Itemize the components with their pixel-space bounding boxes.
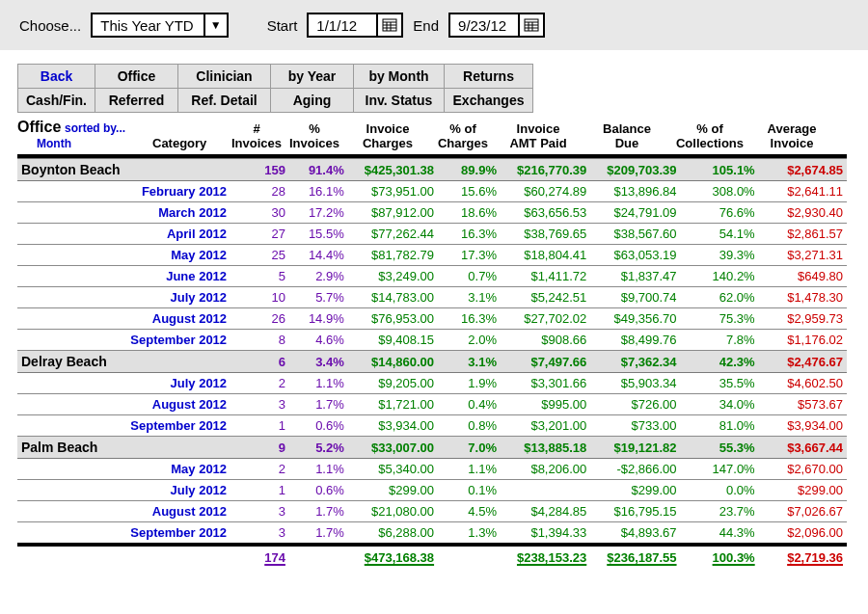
detail-row[interactable]: September 201210.6%$3,934.000.8%$3,201.0… — [17, 415, 847, 437]
header-num-invoices: #Invoices — [228, 121, 285, 150]
cell-pct-charges: 89.9% — [438, 159, 501, 181]
tab-returns[interactable]: Returns — [445, 65, 533, 89]
detail-row[interactable]: March 20123017.2%$87,912.0018.6%$63,656.… — [17, 202, 847, 224]
cell-paid: $5,242.51 — [501, 287, 590, 308]
tab-exchanges[interactable]: Exchanges — [445, 89, 533, 113]
cell-avg-invoice: $2,861.57 — [759, 224, 847, 245]
detail-row[interactable]: August 20122614.9%$76,953.0016.3%$27,702… — [17, 308, 847, 330]
cell-avg-invoice: $3,271.31 — [759, 245, 847, 266]
cell-pct-invoices: 4.6% — [289, 330, 348, 351]
cell-pct-invoices: 15.5% — [289, 224, 348, 245]
cell-avg-invoice: $299.00 — [759, 480, 847, 501]
detail-row[interactable]: April 20122715.5%$77,262.4416.3%$38,769.… — [17, 224, 847, 245]
cell-balance: $24,791.09 — [590, 202, 680, 224]
cell-num-invoices: 30 — [231, 202, 289, 224]
tab-inv-status[interactable]: Inv. Status — [354, 89, 445, 113]
cell-pct-invoices: 1.7% — [289, 522, 348, 546]
cell-avg-invoice: $1,176.02 — [759, 330, 847, 351]
preset-dropdown[interactable]: This Year YTD ▼ — [91, 13, 228, 38]
cell-num-invoices: 6 — [231, 351, 289, 373]
cell-balance: $49,356.70 — [590, 308, 680, 330]
detail-row[interactable]: September 201284.6%$9,408.152.0%$908.66$… — [17, 330, 847, 351]
tab-office[interactable]: Office — [95, 65, 178, 89]
tab-clinician[interactable]: Clinician — [178, 65, 271, 89]
cell-month: July 2012 — [17, 480, 231, 501]
cell-pct-collections: 35.5% — [681, 373, 759, 394]
cell-month: April 2012 — [17, 224, 231, 245]
cell-month: July 2012 — [17, 287, 231, 308]
cell-charges: $76,953.00 — [348, 308, 438, 330]
detail-row[interactable]: August 201231.7%$21,080.004.5%$4,284.85$… — [17, 501, 847, 522]
start-label: Start — [267, 17, 298, 34]
group-row[interactable]: Boynton Beach15991.4%$425,301.3889.9%$21… — [17, 159, 847, 181]
cell-pct-invoices: 17.2% — [289, 202, 348, 224]
cell-pct-invoices: 5.2% — [289, 437, 348, 459]
cell-pct-invoices: 1.1% — [289, 373, 348, 394]
calendar-icon — [376, 14, 401, 36]
cell-pct-charges: 4.5% — [438, 501, 501, 522]
cell-paid: $13,885.18 — [501, 437, 590, 459]
cell-blank — [17, 545, 231, 568]
cell-pct-collections: 44.3% — [681, 522, 759, 546]
cell-pct-charges: 18.6% — [438, 202, 501, 224]
cell-month: February 2012 — [17, 181, 231, 202]
cell-pct-charges: 1.1% — [438, 459, 501, 480]
detail-row[interactable]: May 201221.1%$5,340.001.1%$8,206.00-$2,8… — [17, 459, 847, 480]
total-paid: $238,153.23 — [501, 545, 590, 568]
cell-balance: $1,837.47 — [590, 266, 680, 287]
cell-pct-invoices: 14.9% — [289, 308, 348, 330]
cell-pct-charges: 0.7% — [438, 266, 501, 287]
cell-balance: $19,121.82 — [590, 437, 680, 459]
tab-by-month[interactable]: by Month — [354, 65, 445, 89]
cell-paid: $7,497.66 — [501, 351, 590, 373]
header-pct-charges: % ofCharges — [432, 121, 494, 150]
cell-paid: $995.00 — [501, 394, 590, 415]
tab-by-year[interactable]: by Year — [271, 65, 354, 89]
cell-charges: $33,007.00 — [348, 437, 438, 459]
cell-avg-invoice: $2,930.40 — [759, 202, 847, 224]
tab-cash-fin[interactable]: Cash/Fin. — [18, 89, 95, 113]
detail-row[interactable]: August 201231.7%$1,721.000.4%$995.00$726… — [17, 394, 847, 415]
detail-row[interactable]: July 201221.1%$9,205.001.9%$3,301.66$5,9… — [17, 373, 847, 394]
cell-paid: $60,274.89 — [501, 181, 590, 202]
cell-pct-invoices: 1.1% — [289, 459, 348, 480]
cell-paid: $1,411.72 — [501, 266, 590, 287]
cell-pct-collections: 105.1% — [681, 159, 759, 181]
cell-pct-collections: 54.1% — [681, 224, 759, 245]
detail-row[interactable]: September 201231.7%$6,288.001.3%$1,394.3… — [17, 522, 847, 546]
cell-charges: $425,301.38 — [348, 159, 438, 181]
cell-paid: $4,284.85 — [501, 501, 590, 522]
cell-pct-charges: 16.3% — [438, 224, 501, 245]
tab-referred[interactable]: Referred — [95, 89, 178, 113]
cell-pct-charges: 7.0% — [438, 437, 501, 459]
cell-charges: $21,080.00 — [348, 501, 438, 522]
cell-charges: $299.00 — [348, 480, 438, 501]
cell-paid: $908.66 — [501, 330, 590, 351]
group-row[interactable]: Delray Beach63.4%$14,860.003.1%$7,497.66… — [17, 351, 847, 373]
detail-row[interactable]: May 20122514.4%$81,782.7917.3%$18,804.41… — [17, 245, 847, 266]
start-date-input[interactable]: 1/1/12 — [307, 13, 403, 38]
cell-avg-invoice: $2,674.85 — [759, 159, 847, 181]
cell-pct-charges: 16.3% — [438, 308, 501, 330]
cell-num-invoices: 5 — [231, 266, 289, 287]
detail-row[interactable]: June 201252.9%$3,249.000.7%$1,411.72$1,8… — [17, 266, 847, 287]
group-row[interactable]: Palm Beach95.2%$33,007.007.0%$13,885.18$… — [17, 437, 847, 459]
detail-row[interactable]: July 2012105.7%$14,783.003.1%$5,242.51$9… — [17, 287, 847, 308]
detail-row[interactable]: July 201210.6%$299.000.1%$299.000.0%$299… — [17, 480, 847, 501]
header-office: Office — [17, 119, 61, 135]
cell-num-invoices: 3 — [231, 394, 289, 415]
tab-back[interactable]: Back — [18, 65, 95, 89]
end-label: End — [413, 17, 439, 34]
cell-pct-invoices: 16.1% — [289, 181, 348, 202]
detail-row[interactable]: February 20122816.1%$73,951.0015.6%$60,2… — [17, 181, 847, 202]
preset-value: This Year YTD — [93, 14, 203, 36]
end-date-input[interactable]: 9/23/12 — [448, 13, 545, 38]
tab-ref-detail[interactable]: Ref. Detail — [178, 89, 271, 113]
cell-balance: $5,903.34 — [590, 373, 680, 394]
cell-charges: $6,288.00 — [348, 522, 438, 546]
cell-balance: $9,700.74 — [590, 287, 680, 308]
tab-aging[interactable]: Aging — [271, 89, 354, 113]
cell-month: May 2012 — [17, 245, 231, 266]
cell-paid: $1,394.33 — [501, 522, 590, 546]
cell-paid: $18,804.41 — [501, 245, 590, 266]
